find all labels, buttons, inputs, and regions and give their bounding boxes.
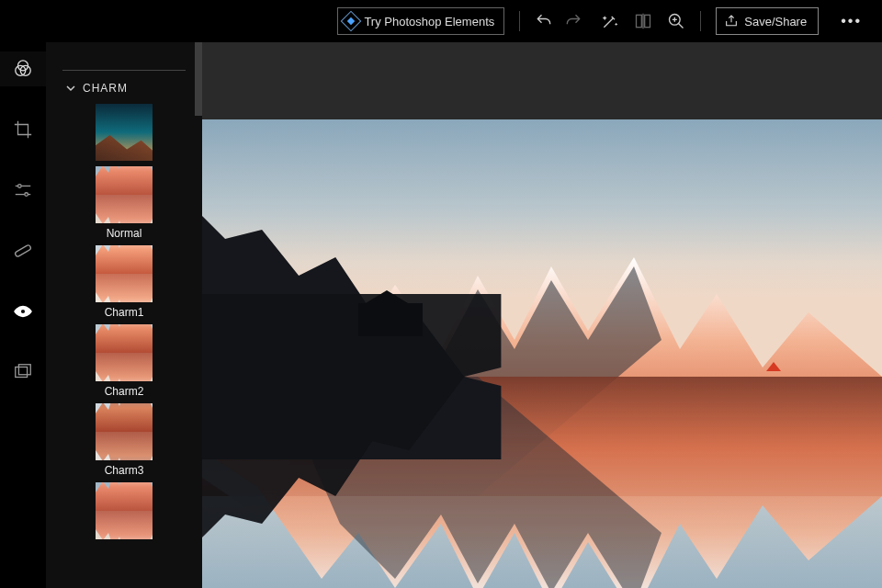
chevron-down-icon (66, 84, 75, 93)
bandaid-icon (13, 241, 33, 261)
eye-icon (13, 301, 33, 322)
panel-scrollbar[interactable] (195, 42, 202, 116)
sliders-icon (13, 180, 33, 200)
filter-thumb-label: Charm1 (105, 306, 144, 319)
svg-rect-17 (18, 365, 30, 375)
filter-thumb[interactable] (96, 245, 153, 302)
redo-button[interactable] (564, 7, 582, 35)
hut-silhouette (358, 303, 423, 336)
save-share-button[interactable]: Save/Share (716, 7, 819, 35)
filter-thumb-charm1[interactable]: Charm1 (96, 245, 153, 319)
redeye-tool[interactable] (0, 294, 46, 329)
filter-thumb-label: Charm3 (105, 464, 144, 477)
filter-group-header[interactable]: CHARM (46, 78, 202, 104)
svg-rect-0 (637, 15, 642, 27)
filter-group-label: CHARM (83, 82, 128, 95)
undo-button[interactable] (535, 7, 553, 35)
foreground-rock-reflection (202, 294, 502, 551)
tool-rail (0, 42, 46, 588)
looks-tool[interactable] (0, 51, 46, 86)
separator (700, 11, 701, 31)
frames-icon (13, 362, 33, 382)
heal-tool[interactable] (0, 233, 46, 268)
zoom-in-button[interactable] (667, 7, 685, 35)
try-label: Try Photoshop Elements (364, 15, 494, 28)
svg-rect-16 (16, 368, 28, 378)
photo-canvas[interactable] (202, 119, 882, 588)
filter-thumb-label: Normal (107, 227, 142, 240)
venn-icon (13, 59, 33, 79)
filter-thumb-desert[interactable] (96, 104, 153, 161)
filter-thumb-normal[interactable]: Normal (96, 166, 153, 240)
zoom-in-icon (667, 12, 685, 30)
filter-thumb[interactable] (96, 482, 153, 539)
more-menu-button[interactable]: ••• (830, 7, 873, 35)
divider (62, 70, 186, 71)
save-label: Save/Share (744, 15, 807, 28)
frame-tool[interactable] (0, 355, 46, 390)
filter-thumb[interactable] (96, 104, 153, 161)
canvas-area (202, 42, 882, 588)
filter-thumb-charm4[interactable] (96, 482, 153, 539)
filter-thumb-charm3[interactable]: Charm3 (96, 403, 153, 477)
looks-panel: CHARM NormalCharm1Charm2Charm3 (46, 42, 202, 588)
share-icon (724, 14, 739, 28)
compare-icon (634, 12, 652, 30)
adjust-tool[interactable] (0, 173, 46, 208)
filter-thumb-charm2[interactable]: Charm2 (96, 324, 153, 398)
crop-tool[interactable] (0, 112, 46, 147)
svg-point-11 (18, 185, 22, 188)
svg-point-13 (25, 193, 28, 197)
svg-line-4 (679, 24, 684, 28)
redo-icon (564, 12, 582, 30)
auto-enhance-button[interactable] (601, 7, 619, 35)
photoshop-elements-icon (341, 11, 362, 32)
svg-rect-1 (645, 15, 650, 27)
separator (519, 11, 520, 31)
crop-icon (13, 119, 33, 140)
undo-icon (535, 12, 553, 30)
filter-thumb[interactable] (96, 324, 153, 381)
filter-thumb[interactable] (96, 403, 153, 460)
filter-thumbs: NormalCharm1Charm2Charm3 (46, 104, 202, 539)
filter-thumb[interactable] (96, 166, 153, 223)
topbar: Try Photoshop Elements Save/Share ••• (0, 0, 882, 42)
auto-icon (601, 12, 619, 30)
compare-button[interactable] (634, 7, 652, 35)
filter-thumb-label: Charm2 (105, 385, 144, 398)
try-photoshop-elements-button[interactable]: Try Photoshop Elements (337, 7, 504, 35)
svg-rect-14 (15, 244, 32, 257)
svg-point-15 (20, 309, 26, 314)
